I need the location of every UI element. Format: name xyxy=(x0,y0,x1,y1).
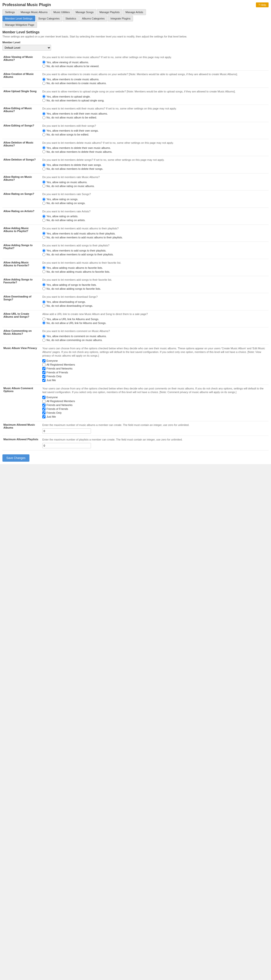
radio-input-allow-deletion-albums-0[interactable] xyxy=(42,146,46,150)
radio-option-allow-editing-songs-0: Yes, allow members to edit their own son… xyxy=(42,129,268,132)
radio-input-allow-creation-0[interactable] xyxy=(42,78,46,81)
radio-input-allow-adding-albums-favorite-1[interactable] xyxy=(42,270,46,273)
setting-row-allow-deletion-songs: Allow Deletion of Songs?Do you want to l… xyxy=(2,156,269,173)
nav-tab-music-utilities[interactable]: Music Utilities xyxy=(51,9,72,15)
radio-input-allow-rating-albums-0[interactable] xyxy=(42,180,46,184)
radio-input-allow-adding-songs-favourite-1[interactable] xyxy=(42,287,46,290)
nav-tab-albums-categories[interactable]: Albums Categories xyxy=(79,16,107,21)
checkbox-label-view-privacy-3: Friends of Friends xyxy=(46,371,68,374)
radio-input-allow-adding-albums-favorite-0[interactable] xyxy=(42,266,46,269)
nav-tab-manage-songs[interactable]: Manage Songs xyxy=(73,9,96,15)
checkbox-input-comment-privacy-0[interactable] xyxy=(42,396,46,399)
radio-input-allow-adding-songs-playlist-0[interactable] xyxy=(42,249,46,252)
member-level-label: Member Level xyxy=(2,41,269,44)
checkbox-input-comment-privacy-2[interactable] xyxy=(42,404,46,407)
radio-option-allow-deletion-albums-0: Yes, allow members to delete their own m… xyxy=(42,146,268,150)
nav-tab-songs-categories[interactable]: Songs Categories xyxy=(36,16,62,21)
setting-row-allow-adding-albums-favorite: Allow Adding Music Albums to Favorite?Do… xyxy=(2,259,269,276)
radio-option-allow-adding-songs-playlist-1: No, do not allow members to add songs to… xyxy=(42,253,268,256)
radio-label-allow-editing-albums-1: No, do not allow music album to be edite… xyxy=(46,116,97,119)
radio-input-allow-editing-albums-0[interactable] xyxy=(42,112,46,115)
radio-input-allow-rating-artists-0[interactable] xyxy=(42,215,46,218)
radio-option-allow-adding-songs-favourite-1: No, do not allow adding songs to favorit… xyxy=(42,287,268,290)
radio-input-allow-downloading-1[interactable] xyxy=(42,304,46,307)
radio-input-allow-adding-songs-favourite-0[interactable] xyxy=(42,283,46,286)
radio-input-allow-upload-single-1[interactable] xyxy=(42,99,46,102)
radio-input-allow-rating-songs-1[interactable] xyxy=(42,202,46,205)
field-desc-allow-upload-single: Do you want to allow members to upload s… xyxy=(42,90,268,94)
nav-tab-statistics[interactable]: Statistics xyxy=(63,16,79,21)
setting-row-max-albums: Maximum Allowed Music AlbumsEnter the ma… xyxy=(2,421,269,436)
setting-content-allow-editing-songs: Do you want to let members edit their so… xyxy=(41,122,269,139)
radio-label-allow-adding-albums-playlist-0: Yes, allow members to add music albums t… xyxy=(46,232,116,235)
nav-tab-manage-artists[interactable]: Manage Artists xyxy=(123,9,146,15)
save-button[interactable]: Save Changes xyxy=(2,454,29,462)
member-level-select[interactable]: Default Level xyxy=(2,45,51,51)
field-desc-max-albums: Enter the maximum number of music albums… xyxy=(42,423,268,427)
radio-input-allow-rating-albums-1[interactable] xyxy=(42,185,46,188)
radio-input-allow-editing-songs-1[interactable] xyxy=(42,133,46,136)
help-button[interactable]: ? Help xyxy=(256,2,269,7)
checkbox-input-comment-privacy-5[interactable] xyxy=(42,415,46,418)
radio-input-allow-editing-albums-1[interactable] xyxy=(42,116,46,119)
radio-input-allow-adding-albums-playlist-0[interactable] xyxy=(42,232,46,235)
field-desc-allow-editing-songs: Do you want to let members edit their so… xyxy=(42,124,268,128)
field-label-allow-viewing: Allow Viewing of Music Albums? xyxy=(3,56,33,61)
setting-label-view-privacy: Music Album View Privacy xyxy=(2,344,41,385)
number-input-max-playlists[interactable] xyxy=(42,443,91,448)
settings-table: Allow Viewing of Music Albums?Do you wan… xyxy=(2,54,269,450)
checkbox-input-comment-privacy-1[interactable] xyxy=(42,399,46,403)
radio-label-allow-deletion-albums-0: Yes, allow members to delete their own m… xyxy=(46,146,111,150)
radio-input-allow-rating-artists-1[interactable] xyxy=(42,219,46,222)
radio-input-allow-upload-single-0[interactable] xyxy=(42,95,46,98)
radio-option-allow-adding-albums-playlist-1: No, do not allow members to add music al… xyxy=(42,236,268,239)
checkbox-input-view-privacy-0[interactable] xyxy=(42,359,46,363)
radio-input-allow-commenting-1[interactable] xyxy=(42,339,46,342)
checkbox-input-comment-privacy-3[interactable] xyxy=(42,407,46,410)
nav-tab-manage-playlists[interactable]: Manage Playlists xyxy=(97,9,122,15)
radio-input-allow-url-1[interactable] xyxy=(42,321,46,325)
checkbox-input-view-privacy-4[interactable] xyxy=(42,375,46,378)
nav-tab-settings[interactable]: Settings xyxy=(2,9,18,15)
radio-input-allow-adding-albums-playlist-1[interactable] xyxy=(42,236,46,239)
field-label-allow-adding-albums-playlist: Allow Adding Music Albums to Playlist? xyxy=(3,227,29,232)
radio-input-allow-deletion-albums-1[interactable] xyxy=(42,150,46,153)
checkbox-input-view-privacy-1[interactable] xyxy=(42,363,46,366)
number-input-max-albums[interactable] xyxy=(42,428,91,434)
checkbox-label-comment-privacy-3: Friends of Friends xyxy=(46,407,68,410)
radio-input-allow-viewing-0[interactable] xyxy=(42,60,46,64)
checkbox-option-view-privacy-1: All Registered Members xyxy=(42,363,268,366)
setting-content-allow-rating-artists: Do you want to let members rate Artists?… xyxy=(41,207,269,224)
nav-tab-member-level-settings[interactable]: Member Level Settings xyxy=(2,16,35,21)
radio-input-allow-deletion-songs-1[interactable] xyxy=(42,167,46,170)
radio-input-allow-url-0[interactable] xyxy=(42,317,46,321)
radio-label-allow-commenting-0: Yes, allow members to comment on music a… xyxy=(46,335,107,337)
checkbox-input-comment-privacy-4[interactable] xyxy=(42,411,46,414)
radio-input-allow-commenting-0[interactable] xyxy=(42,335,46,338)
radio-input-allow-adding-songs-playlist-1[interactable] xyxy=(42,253,46,256)
radio-input-allow-deletion-songs-0[interactable] xyxy=(42,164,46,167)
checkbox-label-view-privacy-0: Everyone xyxy=(46,359,57,362)
setting-row-allow-adding-songs-favourite: Allow Adding Songs to Favourite?Do you w… xyxy=(2,276,269,293)
setting-row-allow-editing-albums: Allow Editing of Music Albums?Do you wan… xyxy=(2,105,269,122)
setting-content-allow-adding-albums-favorite: Do you want to let members add music alb… xyxy=(41,259,269,276)
radio-input-allow-creation-1[interactable] xyxy=(42,82,46,85)
nav-tab-integrate-plugins[interactable]: Integrate Plugins xyxy=(108,16,133,21)
setting-content-allow-rating-albums: Do you want to let members rate Music Al… xyxy=(41,173,269,190)
radio-input-allow-viewing-1[interactable] xyxy=(42,64,46,68)
nav-tab-manage-music-albums[interactable]: Manage Music Albums xyxy=(18,9,50,15)
field-desc-allow-rating-songs: Do you want to let members rate Songs? xyxy=(42,192,268,196)
checkbox-input-view-privacy-5[interactable] xyxy=(42,379,46,382)
radio-label-allow-upload-single-1: No, do not allow members to upload singl… xyxy=(46,99,104,102)
radio-input-allow-editing-songs-0[interactable] xyxy=(42,129,46,132)
radio-input-allow-rating-songs-0[interactable] xyxy=(42,198,46,201)
checkbox-input-view-privacy-2[interactable] xyxy=(42,367,46,370)
field-label-allow-adding-albums-favorite: Allow Adding Music Albums to Favorite? xyxy=(3,261,29,267)
section-title: Member Level Settings xyxy=(2,30,269,34)
setting-label-allow-adding-albums-favorite: Allow Adding Music Albums to Favorite? xyxy=(2,259,41,276)
setting-label-allow-rating-albums: Allow Rating on Music Albums? xyxy=(2,173,41,190)
checkbox-input-view-privacy-3[interactable] xyxy=(42,371,46,374)
radio-option-allow-rating-artists-1: No, do not allow rating on artists. xyxy=(42,219,268,222)
radio-input-allow-downloading-0[interactable] xyxy=(42,301,46,304)
nav-tab-manage-widgetize-page[interactable]: Manage Widgetize Page xyxy=(2,22,37,28)
